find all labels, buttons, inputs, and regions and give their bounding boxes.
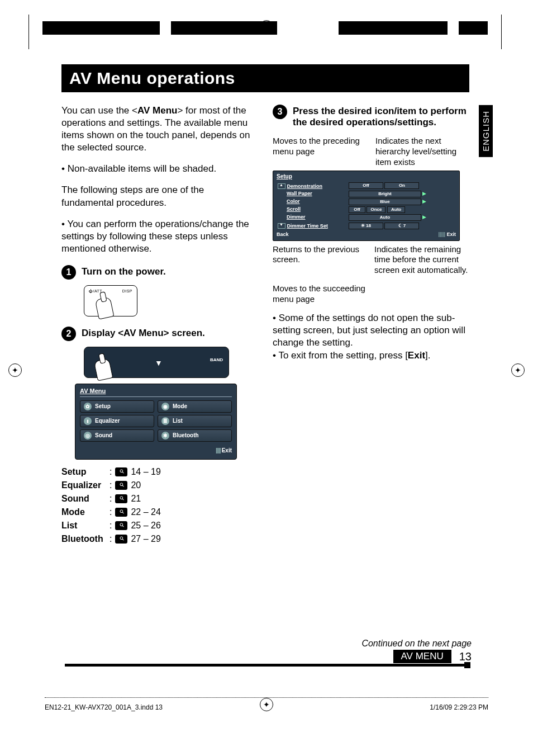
band-label: BAND: [210, 357, 223, 362]
hand-icon: [95, 296, 115, 319]
step-1: 1 Turn on the power.: [61, 265, 257, 280]
menu-button-sound[interactable]: ◎Sound: [80, 429, 154, 442]
step-2: 2 Display <AV Menu> screen.: [61, 327, 257, 341]
note-item: To exit from the setting, press [Exit].: [273, 349, 468, 362]
crop-mark: [501, 15, 502, 49]
chevron-down-icon: ▼: [155, 358, 163, 367]
hand-icon: [94, 358, 113, 381]
option-button[interactable]: Auto: [387, 206, 405, 213]
menu-button-equalizer[interactable]: ⫾Equalizer: [80, 415, 154, 427]
continued-note: Continued on the next page: [361, 639, 472, 649]
device-illustration-screen: ▼ BAND: [84, 347, 229, 378]
callout-exit-timer: Indicates the remaining time before the …: [374, 244, 468, 276]
sound-icon: ◎: [84, 432, 92, 440]
bluetooth-icon: ✱: [161, 432, 169, 440]
note-item: Some of the settings do not open the sub…: [273, 312, 468, 349]
option-button[interactable]: Auto: [349, 214, 421, 221]
back-button[interactable]: Back: [277, 231, 289, 238]
step-number-icon: 3: [273, 105, 287, 119]
language-tab: ENGLISH: [479, 105, 493, 157]
magnifier-icon: [115, 508, 127, 517]
page-up-icon[interactable]: [278, 183, 285, 189]
gear-icon: ✿: [84, 403, 92, 410]
crop-mark: [28, 15, 29, 49]
magnifier-icon: [115, 481, 127, 490]
intro-bullet-2: You can perform the operations/change th…: [61, 218, 257, 255]
mode-icon: ◉: [161, 403, 169, 410]
intro-paragraph: You can use the <AV Menu> for most of th…: [61, 105, 257, 154]
page-down-icon[interactable]: [278, 223, 285, 229]
magnifier-icon: [115, 494, 127, 503]
intro-paragraph-2: The following steps are one of the funda…: [61, 184, 257, 209]
option-button[interactable]: Bright: [349, 191, 421, 197]
page-reference-list: Setup: 14 – 19 Equalizer: 20 Sound: 21 M…: [61, 465, 257, 546]
option-button[interactable]: ☾ 7: [384, 223, 419, 229]
option-button[interactable]: On: [384, 182, 419, 189]
av-menu-panel: AV Menu ✿Setup ◉Mode ⫾Equalizer ≣List ◎S…: [75, 384, 237, 460]
magnifier-icon: [115, 521, 127, 530]
registration-mark-right: [511, 363, 525, 377]
equalizer-icon: ⫾: [84, 417, 92, 425]
step-number-icon: 2: [61, 327, 76, 341]
top-printer-bars: [42, 21, 488, 35]
footer-badge: AV MENU 13: [393, 650, 472, 663]
list-icon: ≣: [161, 417, 169, 425]
option-button[interactable]: Once: [367, 206, 386, 213]
callout-back: Returns to the previous screen.: [273, 244, 367, 276]
footer-rule: [65, 664, 468, 667]
page-title: AV Menu operations: [61, 64, 469, 92]
option-button[interactable]: Off: [349, 206, 365, 213]
option-button[interactable]: Off: [349, 182, 383, 189]
callout-preceding-page: Moves to the preceding menu page: [273, 136, 365, 167]
print-footer: EN12-21_KW-AVX720_001A_3.indd 13 1/16/09…: [45, 697, 488, 711]
device-illustration-power: ⏻/ATT DISP: [84, 285, 137, 316]
step-number-icon: 1: [61, 265, 76, 280]
menu-button-setup[interactable]: ✿Setup: [80, 400, 154, 413]
menu-button-bluetooth[interactable]: ✱Bluetooth: [158, 429, 232, 442]
exit-button[interactable]: ||||| Exit: [438, 231, 456, 238]
magnifier-icon: [115, 467, 127, 476]
registration-mark-left: [8, 363, 22, 377]
menu-button-list[interactable]: ≣List: [158, 415, 232, 427]
step-3: 3 Press the desired icon/item to perform…: [273, 105, 468, 128]
callout-next-hierarchy: Indicates the next hierarchy level/setti…: [375, 136, 468, 167]
magnifier-icon: [115, 535, 127, 544]
menu-button-mode[interactable]: ◉Mode: [158, 400, 232, 413]
option-button[interactable]: Blue: [349, 199, 421, 205]
callout-succeeding-page: Moves to the succeeding menu page: [273, 284, 384, 305]
menu-exit[interactable]: Exit: [80, 447, 232, 453]
setup-panel: Setup Demonstration Off On Wall Paper Br…: [273, 171, 460, 240]
intro-bullet: Non-available items will be shaded.: [61, 163, 257, 175]
panel-title: AV Menu: [80, 388, 232, 397]
option-button[interactable]: ☀ 18: [349, 223, 383, 229]
